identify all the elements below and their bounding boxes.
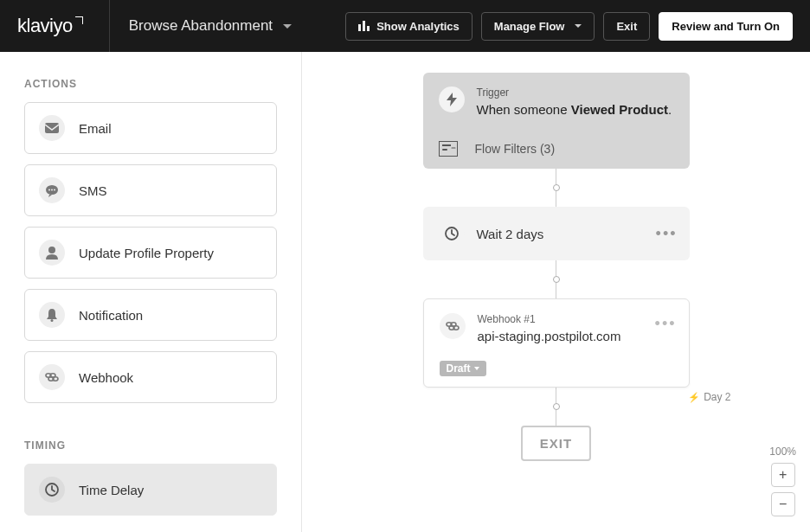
review-button[interactable]: Review and Turn On (659, 12, 793, 41)
chevron-down-icon (474, 367, 479, 370)
actions-section-label: ACTIONS (24, 78, 277, 90)
action-label: Update Profile Property (79, 246, 214, 260)
sidebar: ACTIONS Email SMS Update Profile Propert… (0, 52, 302, 532)
more-icon[interactable]: ••• (655, 315, 677, 333)
connector-dot[interactable] (553, 184, 560, 191)
show-analytics-label: Show Analytics (376, 20, 460, 33)
flow-filters[interactable]: Flow Filters (3) (439, 141, 674, 157)
sms-icon (39, 177, 65, 203)
trigger-suffix: . (668, 102, 672, 117)
connector-dot[interactable] (553, 276, 560, 283)
connector (556, 388, 556, 403)
status-badge[interactable]: Draft (440, 361, 486, 376)
more-icon[interactable]: ••• (656, 225, 678, 243)
trigger-card[interactable]: Trigger When someone Viewed Product. Flo… (423, 73, 690, 169)
manage-flow-button[interactable]: Manage Flow (481, 12, 595, 41)
wait-card[interactable]: Wait 2 days ••• (423, 207, 690, 260)
webhook-icon (39, 364, 65, 390)
connector (556, 283, 556, 298)
status-text: Draft (447, 362, 471, 375)
notification-icon (39, 302, 65, 328)
clock-icon (439, 221, 465, 247)
action-webhook[interactable]: Webhook (24, 351, 277, 403)
zoom-percent: 100% (769, 445, 796, 458)
svg-point-2 (48, 189, 50, 190)
zoom-panel: 100% + − (769, 445, 796, 516)
exit-button[interactable]: Exit (603, 12, 650, 41)
exit-label: Exit (616, 20, 637, 33)
webhook-url: api-staging.postpilot.com (478, 329, 621, 343)
profile-icon (39, 240, 65, 266)
trigger-event: Viewed Product (571, 102, 668, 117)
bolt-icon: ⚡ (688, 392, 700, 403)
action-label: Notification (79, 308, 143, 323)
trigger-text: When someone Viewed Product. (477, 102, 672, 117)
zoom-out-button[interactable]: − (771, 492, 795, 516)
connector-dot[interactable] (553, 403, 560, 410)
svg-point-5 (48, 247, 55, 253)
zoom-in-button[interactable]: + (771, 463, 795, 487)
connector (556, 169, 556, 184)
svg-rect-0 (45, 123, 59, 133)
action-update-profile[interactable]: Update Profile Property (24, 227, 277, 279)
connector (556, 260, 556, 276)
timing-section-label: TIMING (24, 439, 277, 452)
exit-node[interactable]: EXIT (521, 426, 591, 461)
action-label: Webhook (79, 370, 133, 385)
trigger-label: Trigger (477, 87, 672, 99)
flow-title-dropdown-icon[interactable] (283, 24, 292, 29)
manage-flow-label: Manage Flow (494, 20, 565, 33)
trigger-prefix: When someone (477, 102, 571, 117)
action-email[interactable]: Email (24, 102, 277, 154)
timing-time-delay[interactable]: Time Delay (24, 464, 277, 516)
action-sms[interactable]: SMS (24, 164, 277, 216)
filter-text: Flow Filters (3) (475, 142, 556, 156)
day-text: Day 2 (704, 391, 730, 403)
svg-point-6 (51, 319, 54, 322)
logo[interactable]: klaviyo (17, 15, 83, 37)
action-notification[interactable]: Notification (24, 289, 277, 341)
email-icon (39, 115, 65, 141)
flow-canvas[interactable]: Trigger When someone Viewed Product. Flo… (302, 52, 810, 532)
flow-title[interactable]: Browse Abandonment (129, 17, 273, 35)
svg-point-3 (51, 189, 53, 190)
review-label: Review and Turn On (672, 20, 780, 33)
connector (556, 410, 556, 426)
webhook-card[interactable]: Webhook #1 api-staging.postpilot.com Dra… (423, 298, 690, 388)
action-label: Time Delay (79, 483, 144, 497)
wait-text: Wait 2 days (477, 227, 544, 241)
connector (556, 191, 556, 207)
clock-icon (39, 477, 65, 503)
bolt-icon (439, 87, 465, 112)
chevron-down-icon (575, 24, 582, 28)
app-header: klaviyo Browse Abandonment Show Analytic… (0, 0, 810, 52)
filter-icon (439, 141, 458, 157)
webhook-icon (440, 313, 466, 339)
day-label: ⚡ Day 2 (688, 391, 730, 403)
action-label: SMS (79, 183, 107, 198)
show-analytics-button[interactable]: Show Analytics (345, 12, 472, 41)
analytics-icon (358, 21, 370, 31)
divider (109, 0, 110, 52)
action-label: Email (79, 121, 112, 136)
svg-point-4 (54, 189, 55, 190)
webhook-label: Webhook #1 (478, 313, 621, 325)
